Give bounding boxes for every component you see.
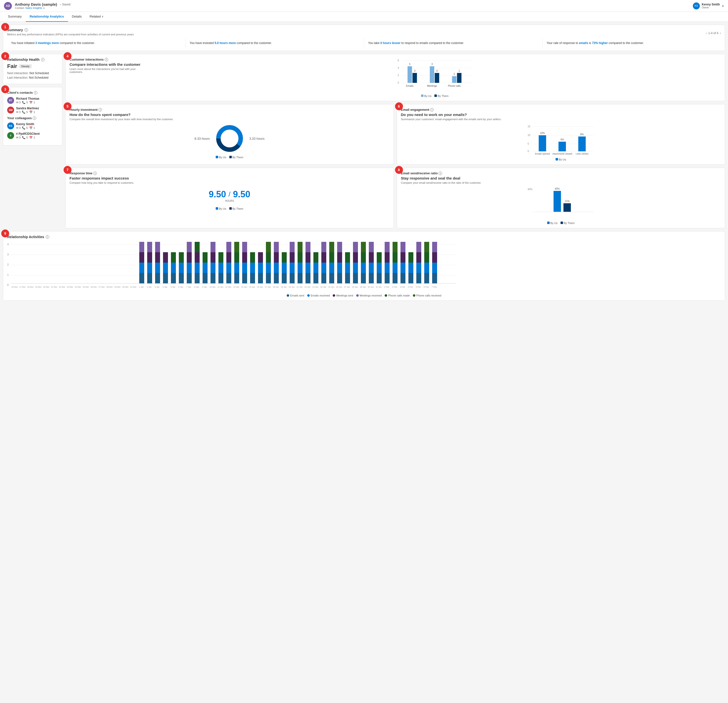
svg-rect-126 <box>179 273 184 283</box>
svg-rect-138 <box>202 263 208 273</box>
svg-rect-148 <box>226 263 231 273</box>
svg-rect-110 <box>139 252 144 263</box>
svg-rect-171 <box>274 252 279 263</box>
svg-rect-166 <box>266 263 271 273</box>
svg-rect-108 <box>139 273 144 283</box>
svg-rect-12 <box>452 76 456 83</box>
svg-rect-146 <box>218 252 223 263</box>
svg-rect-218 <box>377 273 382 283</box>
svg-rect-197 <box>329 252 334 263</box>
svg-rect-13 <box>457 73 462 83</box>
ci-info-icon[interactable]: i <box>105 58 108 61</box>
svg-rect-121 <box>163 263 168 273</box>
svg-rect-234 <box>409 263 413 273</box>
colleagues-info-icon[interactable]: i <box>33 117 36 120</box>
svg-rect-240 <box>424 273 429 283</box>
svg-rect-242 <box>424 252 429 263</box>
svg-text:25 Dec: 25 Dec <box>82 286 89 288</box>
svg-text:29 Jan: 29 Jan <box>360 286 366 288</box>
svg-rect-215 <box>369 263 374 273</box>
svg-rect-117 <box>155 263 160 273</box>
svg-rect-243 <box>424 242 429 252</box>
summary-title: Summary i <box>7 28 134 32</box>
er-info-icon[interactable]: i <box>439 172 442 175</box>
tab-details[interactable]: Details <box>68 12 86 22</box>
ra-scroll-area[interactable]: // This SVG content is static since SVG … <box>11 242 721 292</box>
svg-rect-169 <box>274 273 279 283</box>
svg-rect-245 <box>432 263 437 273</box>
svg-rect-212 <box>361 252 366 263</box>
svg-text:Meetings: Meetings <box>427 85 437 87</box>
svg-text:19 Dec: 19 Dec <box>35 286 41 288</box>
summary-next-icon[interactable]: › <box>720 32 721 35</box>
svg-rect-127 <box>179 263 184 273</box>
svg-text:Phone calls: Phone calls <box>448 85 461 87</box>
svg-rect-160 <box>250 263 255 273</box>
legend-meetings-received: Meetings received <box>356 294 382 297</box>
richard-info: Richard Thomas ✉ 3📞 5📅 1 <box>16 97 39 104</box>
svg-rect-227 <box>393 252 397 263</box>
meetings-received-dot <box>356 294 359 297</box>
svg-text:Emails opened: Emails opened <box>535 153 550 155</box>
svg-rect-203 <box>345 273 350 283</box>
svg-rect-129 <box>187 273 192 283</box>
svg-rect-159 <box>250 273 255 283</box>
svg-text:2: 2 <box>398 74 399 77</box>
svg-text:2: 2 <box>454 73 455 75</box>
sandra-stats: ✉ 3📞 5📅 1 <box>16 111 39 114</box>
summary-prev-icon[interactable]: ‹ <box>706 32 707 35</box>
svg-rect-214 <box>369 273 374 283</box>
svg-text:12 Jan: 12 Jan <box>225 286 231 288</box>
ra-legend: Emails sent Emails received Meetings sen… <box>7 294 721 297</box>
er-heading: Stay responsive and seal the deal <box>401 176 721 180</box>
tab-related[interactable]: Related ∨ <box>85 12 107 22</box>
top-bar-left: AD Anthony Davis (sample) – Saved Contac… <box>4 2 71 10</box>
svg-text:5 Feb: 5 Feb <box>416 286 421 288</box>
svg-rect-133 <box>195 273 199 283</box>
svg-rect-167 <box>266 252 271 263</box>
ee-info-icon[interactable]: i <box>430 108 433 111</box>
svg-text:30 Jan: 30 Jan <box>368 286 374 288</box>
svg-rect-115 <box>147 242 152 252</box>
svg-rect-132 <box>187 242 192 252</box>
svg-text:40%: 40% <box>555 188 559 190</box>
svg-rect-149 <box>226 252 231 263</box>
sales-insights-link[interactable]: Sales Insights <box>25 6 42 9</box>
svg-rect-188 <box>313 273 318 283</box>
top-bar: AD Anthony Davis (sample) – Saved Contac… <box>0 0 728 12</box>
summary-info-icon[interactable]: i <box>25 28 28 32</box>
svg-text:10 Jan: 10 Jan <box>209 286 215 288</box>
svg-rect-111 <box>139 242 144 252</box>
richard-stats: ✉ 3📞 5📅 1 <box>16 101 39 104</box>
rt-info-icon[interactable]: i <box>93 172 97 175</box>
svg-rect-192 <box>321 263 326 273</box>
hi-heading: How do the hours spent compare? <box>69 113 390 117</box>
svg-text:22 Dec: 22 Dec <box>59 286 65 288</box>
ee-legend: By Us <box>401 158 721 161</box>
response-time-card: 7 Response time i Faster responses impac… <box>65 167 394 228</box>
user-chevron-icon[interactable]: ∨ <box>722 4 724 8</box>
svg-rect-208 <box>353 252 358 263</box>
calls-received-dot <box>413 294 415 297</box>
legend-phone-calls-received: Phone calls received <box>413 294 442 297</box>
tab-relationship-analytics[interactable]: Relationship Analytics <box>26 12 68 22</box>
legend-emails-sent: Emails sent <box>287 294 304 297</box>
svg-rect-200 <box>337 263 342 273</box>
svg-text:15 Jan: 15 Jan <box>249 286 255 288</box>
tab-summary[interactable]: Summary <box>4 12 26 22</box>
ra-info-icon[interactable]: i <box>46 235 49 239</box>
svg-text:3 Jan: 3 Jan <box>155 286 160 288</box>
svg-text:24 Jan: 24 Jan <box>320 286 326 288</box>
client-contacts-info-icon[interactable]: i <box>34 91 38 94</box>
health-info-icon[interactable]: i <box>41 58 45 61</box>
hi-info-icon[interactable]: i <box>98 108 102 111</box>
summary-section: 1 Summary i Metrics and key performance … <box>3 25 725 51</box>
legend-phone-calls-made: Phone calls made <box>385 294 410 297</box>
svg-text:26 Jan: 26 Jan <box>336 286 342 288</box>
svg-text:31 Jan: 31 Jan <box>376 286 382 288</box>
svg-rect-239 <box>416 242 421 252</box>
svg-text:21 Jan: 21 Jan <box>297 286 303 288</box>
svg-rect-224 <box>385 242 390 252</box>
them-time-value: 9.50 <box>233 189 250 199</box>
svg-rect-170 <box>274 263 279 273</box>
